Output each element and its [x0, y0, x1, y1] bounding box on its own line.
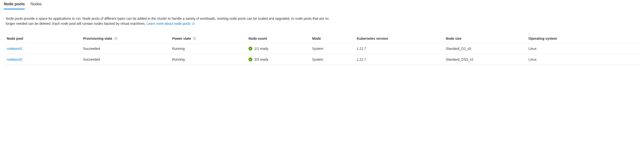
- header-node-size[interactable]: Node size: [443, 34, 526, 43]
- learn-more-link[interactable]: Learn more about node pools: [146, 22, 195, 26]
- table-row: nodepool1 Succeeded Running 1/1 ready Sy…: [4, 43, 640, 54]
- header-power-state[interactable]: Power state: [169, 34, 246, 43]
- header-provisioning-state[interactable]: Provisioning state: [80, 34, 169, 43]
- tab-nodes[interactable]: Nodes: [30, 0, 42, 10]
- header-provisioning-state-label: Provisioning state: [83, 36, 112, 40]
- cell-power-state: Running: [169, 54, 246, 65]
- cell-provisioning-state: Succeeded: [80, 54, 169, 65]
- cell-mode: System: [309, 43, 354, 54]
- svg-point-1: [116, 38, 116, 38]
- cell-operating-system: Linux: [526, 43, 640, 54]
- success-check-icon: [248, 58, 252, 61]
- cell-mode: System: [309, 54, 354, 65]
- node-pool-link[interactable]: nodepool1: [7, 47, 22, 50]
- cell-operating-system: Linux: [526, 54, 640, 65]
- cell-node-count: 1/1 ready: [248, 47, 306, 50]
- header-kubernetes-version[interactable]: Kubernetes version: [354, 34, 443, 43]
- table-row: nodepool2 Succeeded Running 3/3 ready Sy…: [4, 54, 640, 65]
- header-power-state-label: Power state: [172, 36, 191, 40]
- description-text: Node pools provide a space for applicati…: [0, 16, 337, 26]
- external-link-icon: [192, 22, 195, 26]
- node-pools-table-container: Node pool Provisioning state Power state: [0, 34, 644, 65]
- svg-rect-2: [116, 38, 116, 39]
- cell-node-size: Standard_D2_v5: [443, 43, 526, 54]
- tab-node-pools[interactable]: Node pools: [4, 0, 25, 10]
- node-count-text: 3/3 ready: [254, 58, 268, 61]
- learn-more-label: Learn more about node pools: [146, 22, 190, 26]
- info-icon[interactable]: [114, 37, 118, 41]
- cell-provisioning-state: Succeeded: [80, 43, 169, 54]
- node-pools-table: Node pool Provisioning state Power state: [4, 34, 640, 65]
- header-mode[interactable]: Mode: [309, 34, 354, 43]
- cell-kubernetes-version: 1.21.7: [354, 43, 443, 54]
- tab-bar: Node pools Nodes: [0, 0, 644, 10]
- node-count-text: 1/1 ready: [254, 47, 268, 50]
- header-node-pool[interactable]: Node pool: [4, 34, 80, 43]
- cell-node-count: 3/3 ready: [248, 58, 306, 61]
- cell-power-state: Running: [169, 43, 246, 54]
- table-header-row: Node pool Provisioning state Power state: [4, 34, 640, 43]
- cell-kubernetes-version: 1.21.7: [354, 54, 443, 65]
- header-node-count[interactable]: Node count: [246, 34, 309, 43]
- info-icon[interactable]: [193, 37, 196, 41]
- node-pool-link[interactable]: nodepool2: [7, 58, 22, 61]
- header-operating-system[interactable]: Operating system: [526, 34, 640, 43]
- cell-node-size: Standard_DS3_v2: [443, 54, 526, 65]
- success-check-icon: [248, 47, 252, 50]
